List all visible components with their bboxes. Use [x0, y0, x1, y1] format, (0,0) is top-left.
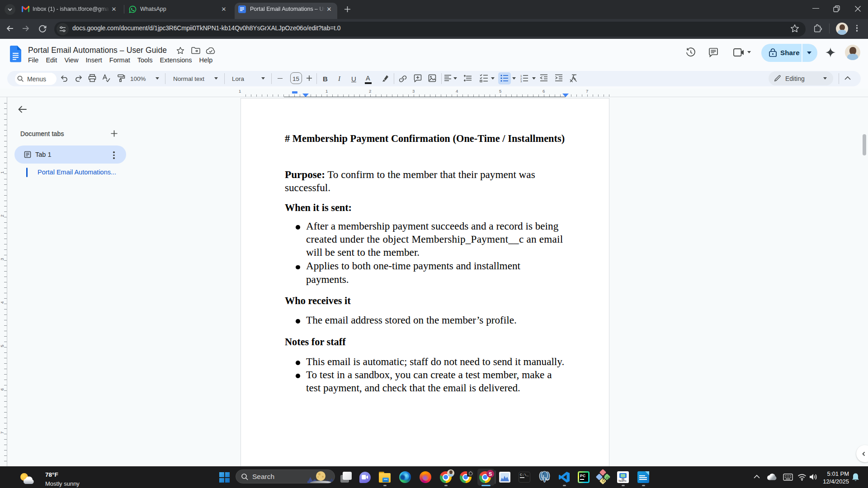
- svg-text:3: 3: [520, 80, 522, 83]
